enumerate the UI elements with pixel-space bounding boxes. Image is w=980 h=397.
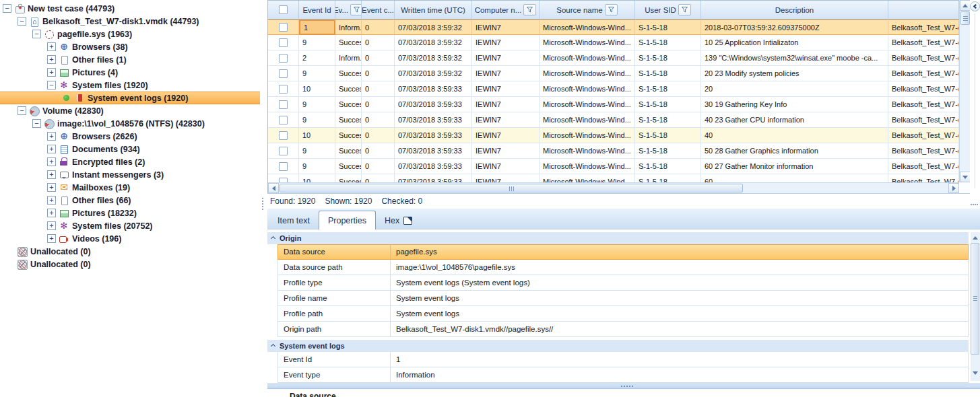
vertical-scroll-thumb[interactable]	[960, 11, 970, 25]
tree-expander-icon[interactable]: +	[47, 68, 56, 77]
tree-item-browsers[interactable]: +Browsers (2626)	[0, 130, 260, 143]
scroll-up-button[interactable]	[960, 0, 971, 11]
row-checkbox[interactable]	[279, 178, 288, 183]
tree-item-other-files[interactable]: +Other files (1)	[0, 53, 260, 66]
tree-expander-icon[interactable]: −	[3, 4, 11, 13]
table-vertical-scrollbar[interactable]	[959, 0, 971, 182]
tree-item-documents[interactable]: +Documents (934)	[0, 143, 260, 155]
property-row-profile-path[interactable]: Profile pathSystem event logs	[277, 306, 969, 322]
collapse-panel-button[interactable]	[970, 1, 980, 11]
horizontal-scroll-thumb[interactable]	[280, 184, 743, 192]
column-header-event_code[interactable]: Event c...	[362, 1, 395, 19]
tree-expander-icon[interactable]: −	[32, 119, 41, 128]
tab-properties[interactable]: Properties	[319, 211, 376, 229]
tree-item-volume[interactable]: −Volume (42830)	[0, 104, 260, 117]
tree-item-unallocated[interactable]: Unallocated (0)	[0, 258, 260, 270]
tree-expander-icon[interactable]: +	[47, 132, 56, 141]
row-checkbox[interactable]	[279, 100, 288, 109]
tree-expander-icon[interactable]: +	[47, 157, 56, 166]
tab-hex[interactable]: Hex	[376, 212, 421, 229]
table-row[interactable]: 2Inform...007/03/2018 3:59:32IEWIN7Micro…	[268, 50, 959, 66]
tree-item-pictures[interactable]: +Pictures (4)	[0, 66, 260, 79]
scroll-right-button[interactable]	[948, 183, 959, 193]
property-row-profile-type[interactable]: Profile typeSystem event logs (System ev…	[277, 275, 969, 291]
tree-item-system-files[interactable]: −System files (1920)	[0, 79, 260, 92]
table-row[interactable]: 10Succes...007/03/2018 3:59:33IEWIN7Micr…	[268, 81, 959, 97]
tab-item-text[interactable]: Item text	[269, 212, 319, 229]
tree-expander-icon[interactable]: +	[47, 221, 56, 230]
section-header-origin[interactable]: Origin	[267, 232, 969, 244]
filter-button[interactable]	[605, 4, 618, 15]
tree-expander-icon[interactable]: +	[47, 170, 56, 179]
table-row[interactable]: 9Succes...007/03/2018 3:59:33IEWIN7Micro…	[268, 159, 959, 174]
tree-item-mailboxes[interactable]: +Mailboxes (19)	[0, 181, 260, 194]
table-row[interactable]: 10Succes...007/03/2018 3:59:33IEWIN7Micr…	[268, 128, 959, 143]
property-row-event-id[interactable]: Event Id1	[277, 352, 969, 367]
row-checkbox[interactable]	[279, 85, 288, 94]
tree-item-new-test-case[interactable]: −New test case (44793)	[0, 2, 260, 15]
tree-item-belkasoft-test-w7-disk1-vmdk[interactable]: −Belkasoft_Test_W7-disk1.vmdk (44793)	[0, 15, 260, 28]
tree-item-system-files[interactable]: +System files (20752)	[0, 219, 260, 232]
column-header-user_sid[interactable]: User SID	[635, 1, 701, 19]
tree-splitter-grip[interactable]	[262, 198, 263, 199]
tree-expander-icon[interactable]: +	[47, 209, 56, 217]
column-header-data_source[interactable]	[888, 1, 959, 19]
property-row-data-source[interactable]: Data sourcepagefile.sys	[277, 244, 969, 260]
column-header-written_time[interactable]: Written time (UTC)	[395, 1, 472, 19]
column-header-event_type[interactable]: Ev...	[335, 1, 362, 19]
column-header-description[interactable]: Description	[701, 1, 888, 19]
tree-item-other-files[interactable]: +Other files (66)	[0, 194, 260, 207]
arrow-down-icon[interactable]	[973, 371, 978, 377]
tree-item-pictures[interactable]: +Pictures (18232)	[0, 207, 260, 219]
tree-expander-icon[interactable]: −	[47, 81, 56, 89]
property-row-data-source-path[interactable]: Data source pathimage:\1\vol_1048576\pag…	[277, 260, 969, 275]
row-checkbox[interactable]	[279, 23, 288, 32]
row-checkbox[interactable]	[279, 38, 288, 47]
tree-expander-icon[interactable]: +	[47, 196, 56, 205]
tree-item-image-1-vol-1048576-ntfs[interactable]: −image:\1\vol_1048576 (NTFS) (42830)	[0, 117, 260, 130]
tree-item-encrypted-files[interactable]: +Encrypted files (2)	[0, 155, 260, 168]
row-checkbox[interactable]	[279, 162, 288, 171]
table-horizontal-scrollbar[interactable]	[268, 182, 959, 193]
table-row[interactable]: 10Succes...007/03/2018 3:59:33IEWIN7Micr…	[268, 174, 959, 182]
table-row[interactable]: 9Succes...007/03/2018 3:59:33IEWIN7Micro…	[268, 97, 959, 112]
select-all-checkbox[interactable]	[279, 5, 288, 14]
row-checkbox[interactable]	[279, 116, 288, 124]
tree-expander-icon[interactable]: +	[47, 55, 56, 64]
section-header-system-event-logs[interactable]: System event logs	[267, 340, 969, 352]
properties-scrollbar[interactable]	[971, 232, 980, 381]
property-row-event-type[interactable]: Event typeInformation	[277, 367, 969, 383]
property-row-profile-name[interactable]: Profile nameSystem event logs	[277, 291, 969, 306]
row-checkbox[interactable]	[279, 147, 288, 155]
scroll-left-button[interactable]	[268, 183, 279, 193]
table-row[interactable]: 9Succes...007/03/2018 3:59:33IEWIN7Micro…	[268, 143, 959, 159]
filter-button[interactable]	[523, 4, 536, 15]
tree-item-system-event-logs[interactable]: System event logs (1920)	[0, 92, 260, 104]
tree-item-pagefile-sys[interactable]: −pagefile.sys (1963)	[0, 28, 260, 40]
tree-item-browsers[interactable]: +Browsers (38)	[0, 40, 260, 53]
table-row[interactable]: 9Succes...007/03/2018 3:59:32IEWIN7Micro…	[268, 66, 959, 81]
table-row[interactable]: 9Succes...007/03/2018 3:59:32IEWIN7Micro…	[268, 35, 959, 50]
row-checkbox[interactable]	[279, 131, 288, 140]
arrow-up-icon[interactable]	[973, 233, 978, 240]
column-header-source_name[interactable]: Source name	[540, 1, 635, 19]
row-checkbox[interactable]	[279, 69, 288, 78]
pane-splitter-grip[interactable]	[971, 204, 972, 205]
tree-expander-icon[interactable]: −	[18, 17, 26, 26]
properties-scroll-thumb[interactable]	[971, 243, 979, 355]
filter-button[interactable]	[678, 4, 691, 15]
tree-expander-icon[interactable]: +	[47, 234, 56, 243]
column-header-event_id[interactable]: Event Id	[299, 1, 335, 19]
property-row-origin-path[interactable]: Origin pathBelkasoft_Test_W7-disk1.vmdk/…	[277, 322, 969, 337]
tree-item-videos[interactable]: +Videos (196)	[0, 232, 260, 245]
scroll-down-button[interactable]	[960, 172, 971, 182]
filter-button[interactable]	[350, 4, 362, 15]
column-header-computer_name[interactable]: Computer n...	[472, 1, 540, 19]
tree-expander-icon[interactable]: +	[47, 42, 56, 51]
row-checkbox[interactable]	[279, 54, 288, 63]
tree-expander-icon[interactable]: +	[47, 183, 56, 192]
tree-item-instant-messengers[interactable]: +Instant messengers (3)	[0, 168, 260, 181]
tree-item-unallocated[interactable]: Unallocated (0)	[0, 245, 260, 258]
tree-expander-icon[interactable]: +	[47, 145, 56, 153]
horizontal-splitter[interactable]	[267, 384, 980, 389]
